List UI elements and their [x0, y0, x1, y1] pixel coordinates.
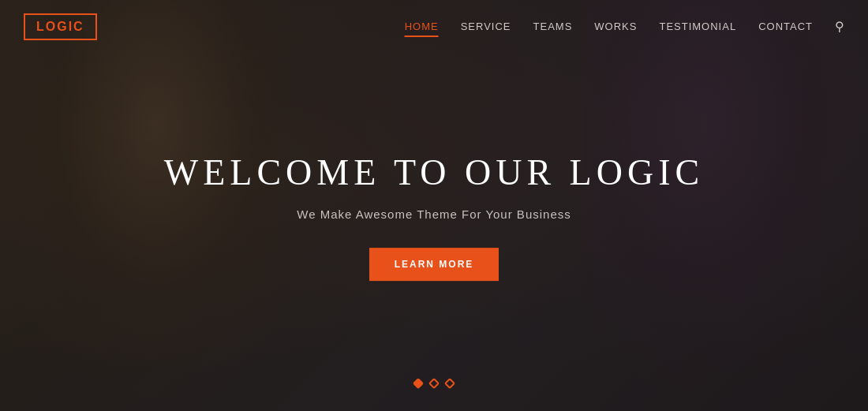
hero-content: WELCOME TO OUR LOGIC We Make Awesome The…: [158, 151, 710, 281]
hero-title: WELCOME TO OUR LOGIC: [158, 151, 710, 193]
nav-item-contact[interactable]: CONTACT: [758, 21, 813, 32]
navbar: LOGIC HOME SERVICE TEAMS WORKS TESTIMONI…: [0, 0, 868, 53]
hero-section: LOGIC HOME SERVICE TEAMS WORKS TESTIMONI…: [0, 0, 868, 411]
logo-box[interactable]: LOGIC: [24, 13, 97, 40]
nav-item-teams[interactable]: TEAMS: [533, 21, 573, 32]
learn-more-button[interactable]: LEARN MORE: [369, 248, 499, 281]
nav-item-service[interactable]: SERVICE: [461, 21, 511, 32]
logo-text: LOGIC: [36, 20, 84, 33]
slider-dot-1[interactable]: [413, 378, 424, 389]
slider-dot-3[interactable]: [444, 378, 455, 389]
slider-dot-2[interactable]: [428, 378, 440, 389]
nav-item-home[interactable]: HOME: [405, 21, 439, 32]
hero-subtitle: We Make Awesome Theme For Your Business: [158, 207, 710, 221]
nav-item-works[interactable]: WORKS: [594, 21, 637, 32]
nav-links: HOME SERVICE TEAMS WORKS TESTIMONIAL CON…: [405, 19, 844, 34]
slider-dots: [414, 379, 454, 387]
nav-item-testimonial[interactable]: TESTIMONIAL: [659, 21, 736, 32]
search-icon[interactable]: ⚲: [835, 19, 844, 34]
